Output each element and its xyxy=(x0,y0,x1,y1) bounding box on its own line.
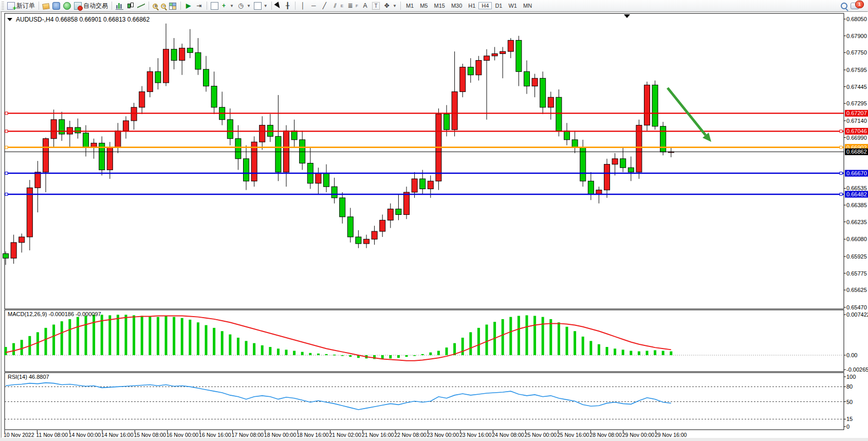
tf-button-m30[interactable]: M30 xyxy=(448,2,465,9)
bar-chart-button[interactable] xyxy=(114,1,125,11)
data-window-button[interactable] xyxy=(51,1,62,11)
macd-bar xyxy=(197,322,199,355)
fibonacci-button[interactable]: ≣F xyxy=(345,1,360,11)
shapes-button[interactable]: ✥▼ xyxy=(381,1,398,11)
macd-bar xyxy=(221,331,224,355)
cursor-button[interactable] xyxy=(274,1,282,11)
macd-bar xyxy=(598,344,600,355)
bull-candle xyxy=(27,188,32,237)
plus-icon: + xyxy=(220,2,228,10)
svg-text:0.68050: 0.68050 xyxy=(846,16,867,22)
tf-button-m15[interactable]: M15 xyxy=(431,2,448,9)
autoscroll-icon: ▶ xyxy=(184,2,192,10)
text-button[interactable]: A xyxy=(360,1,371,11)
line-chart-button[interactable] xyxy=(136,1,146,11)
macd-bar xyxy=(165,316,168,356)
bear-candle xyxy=(227,120,233,139)
bear-candle xyxy=(300,140,305,163)
macd-bar xyxy=(469,332,472,355)
tf-button-m5[interactable]: M5 xyxy=(417,2,431,9)
macd-bar xyxy=(77,317,79,355)
svg-text:0.66482: 0.66482 xyxy=(846,191,867,197)
chart-shift-button[interactable]: ⇥ xyxy=(194,1,205,11)
bull-candle xyxy=(492,53,497,56)
bookmark-button[interactable] xyxy=(41,1,51,11)
price-axis[interactable]: 0.680500.679000.677500.675950.674450.672… xyxy=(844,16,867,310)
tf-button-h4[interactable]: H4 xyxy=(478,2,492,9)
macd-bar xyxy=(509,317,512,355)
zoom-out-icon: − xyxy=(161,4,166,9)
separator xyxy=(39,2,39,10)
search-icon xyxy=(841,3,847,9)
periods-button[interactable]: ◷▼ xyxy=(235,1,252,11)
line-anchor xyxy=(5,112,8,115)
bull-candle xyxy=(284,131,289,172)
bear-candle xyxy=(171,49,177,61)
macd-bar xyxy=(349,355,352,357)
candlestick-chart-button[interactable] xyxy=(125,1,136,11)
tf-button-mn[interactable]: MN xyxy=(520,2,535,9)
macd-bar xyxy=(269,347,271,355)
macd-bar xyxy=(173,317,175,355)
svg-text:0.67595: 0.67595 xyxy=(846,67,867,73)
vertical-line-button[interactable]: │ xyxy=(298,1,308,11)
separator xyxy=(112,2,112,10)
bull-candle xyxy=(387,209,393,220)
bear-candle xyxy=(396,209,401,215)
line-anchor xyxy=(840,146,842,149)
svg-text:0.66990: 0.66990 xyxy=(846,135,867,141)
tf-button-h1[interactable]: H1 xyxy=(465,2,478,9)
macd-bar xyxy=(301,352,304,355)
macd-bar xyxy=(437,351,440,356)
tile-windows-button[interactable] xyxy=(168,1,178,11)
macd-bar xyxy=(638,352,640,355)
toolbar-grip[interactable] xyxy=(2,2,4,10)
bear-candle xyxy=(628,168,634,172)
channel-button[interactable]: ⫽E xyxy=(330,1,345,11)
text-icon: A xyxy=(361,2,369,10)
time-label: 23 Nov 16:00 xyxy=(459,432,492,438)
macd-bar xyxy=(325,354,328,355)
macd-bar xyxy=(670,352,672,355)
tf-button-m1[interactable]: M1 xyxy=(403,2,417,9)
zoom-out-button[interactable]: − xyxy=(159,1,168,11)
time-label: 29 Nov 00:00 xyxy=(622,432,655,438)
notification-badge[interactable]: 1 xyxy=(855,1,864,8)
crosshair-button[interactable]: ╂ xyxy=(282,1,293,11)
tf-button-d1[interactable]: D1 xyxy=(492,2,505,9)
chart-window: 0.680500.679000.677500.675950.674450.672… xyxy=(1,11,868,438)
macd-bar xyxy=(389,355,392,358)
macd-bar xyxy=(36,332,39,355)
bear-candle xyxy=(516,40,522,71)
macd-bar xyxy=(662,351,664,356)
macd-bar xyxy=(549,319,552,355)
time-axis[interactable]: 10 Nov 202211 Nov 08:0014 Nov 00:0014 No… xyxy=(4,430,687,438)
bear-candle xyxy=(324,173,329,187)
macd-bar xyxy=(533,316,536,356)
templates-button[interactable]: ▼ xyxy=(252,1,269,11)
autotrade-button[interactable]: 自动交易 xyxy=(72,1,109,11)
tf-button-w1[interactable]: W1 xyxy=(505,2,520,9)
zoom-in-icon: + xyxy=(153,4,158,9)
crosshair-icon: ╂ xyxy=(284,2,291,10)
new-order-button[interactable]: 新订单 xyxy=(6,1,36,11)
strategy-tester-button[interactable] xyxy=(62,1,72,11)
search-button[interactable] xyxy=(839,1,849,11)
new-chart-button[interactable]: +▼ xyxy=(209,1,235,11)
autoscroll-button[interactable]: ▶ xyxy=(183,1,194,11)
bull-candle xyxy=(260,125,265,142)
chart-canvas[interactable]: 0.680500.679000.677500.675950.674450.672… xyxy=(2,12,868,438)
new-order-icon xyxy=(7,2,15,10)
text-label-icon: T xyxy=(372,2,380,10)
bear-candle xyxy=(291,131,297,139)
macd-bar xyxy=(614,348,616,355)
trendline-icon: ╱ xyxy=(321,2,328,10)
macd-bar xyxy=(149,317,151,355)
text-label-button[interactable]: T xyxy=(371,1,381,11)
macd-bar xyxy=(317,354,320,355)
trendline-button[interactable]: ╱ xyxy=(319,1,330,11)
zoom-in-button[interactable]: + xyxy=(151,1,159,11)
horizontal-line-button[interactable]: ─ xyxy=(308,1,319,11)
time-label: 17 Nov 08:00 xyxy=(231,432,264,438)
macd-bar xyxy=(446,347,448,355)
